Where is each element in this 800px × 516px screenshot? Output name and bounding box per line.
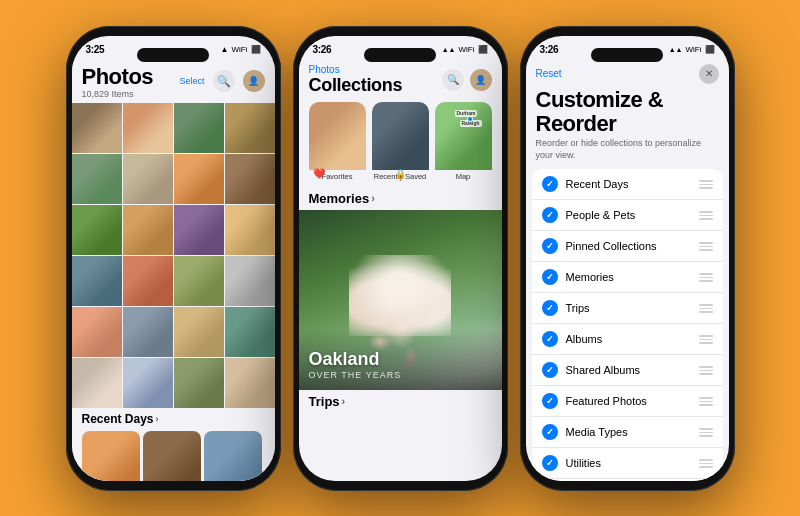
photo-cell[interactable]: [123, 358, 173, 408]
check-icon-shared-albums: ✓: [542, 362, 558, 378]
photo-cell[interactable]: [174, 307, 224, 357]
drag-handle[interactable]: [699, 366, 713, 375]
item-label: Featured Photos: [566, 395, 691, 407]
photo-cell[interactable]: [72, 358, 122, 408]
photo-cell[interactable]: [174, 205, 224, 255]
check-icon-pinned-collections: ✓: [542, 238, 558, 254]
memories-subtitle: OVER THE YEARS: [309, 370, 492, 380]
list-item-utilities[interactable]: ✓ Utilities: [532, 448, 723, 479]
search-icon-1: 🔍: [217, 75, 231, 88]
p2-title-area: Photos Collections: [309, 64, 403, 96]
drag-handle[interactable]: [699, 242, 713, 251]
check-icon-people-pets: ✓: [542, 207, 558, 223]
map-label: Map: [435, 170, 492, 183]
check-icon-recent-days: ✓: [542, 176, 558, 192]
photo-cell[interactable]: [225, 205, 275, 255]
list-item-shared-albums[interactable]: ✓ Shared Albums: [532, 355, 723, 386]
trips-section[interactable]: Trips ›: [299, 390, 502, 413]
drag-handle[interactable]: [699, 335, 713, 344]
drag-handle[interactable]: [699, 211, 713, 220]
photo-cell[interactable]: [123, 256, 173, 306]
drag-handle[interactable]: [699, 428, 713, 437]
drag-handle[interactable]: [699, 180, 713, 189]
wifi-icon-3: WiFi: [686, 45, 702, 54]
drag-handle[interactable]: [699, 273, 713, 282]
dynamic-island-1: [137, 48, 209, 62]
list-item-trips[interactable]: ✓ Trips: [532, 293, 723, 324]
list-item-recent-days[interactable]: ✓ Recent Days: [532, 169, 723, 200]
memories-city: Oakland: [309, 349, 492, 370]
list-item-albums[interactable]: ✓ Albums: [532, 324, 723, 355]
photo-cell[interactable]: [225, 103, 275, 153]
photos-actions: Select 🔍 👤: [179, 70, 264, 92]
photo-cell[interactable]: [72, 205, 122, 255]
photos-count: 10,829 Items: [82, 89, 154, 99]
recent-days-chevron: ›: [156, 414, 159, 424]
photo-cell[interactable]: [225, 358, 275, 408]
photo-cell[interactable]: [123, 307, 173, 357]
pinned-favorites[interactable]: ❤️ Favorites: [309, 102, 366, 183]
list-item-people-pets[interactable]: ✓ People & Pets: [532, 200, 723, 231]
customize-list: ✓ Recent Days ✓ People & Pets ✓ Pinned C…: [532, 169, 723, 480]
phone-2: 3:26 ▲▲ WiFi ⬛ Photos Collections 🔍 👤: [293, 26, 508, 491]
recent-day-yesterday[interactable]: Yesterday: [82, 431, 140, 481]
customize-title: Customize &Reorder: [526, 88, 729, 138]
list-item-media-types[interactable]: ✓ Media Types: [532, 417, 723, 448]
search-button-1[interactable]: 🔍: [213, 70, 235, 92]
avatar-button[interactable]: 👤: [243, 70, 265, 92]
photo-cell[interactable]: [225, 256, 275, 306]
p2-header-icons: 🔍 👤: [442, 69, 492, 91]
photo-cell[interactable]: [225, 307, 275, 357]
list-item-wallpaper-suggestions[interactable]: ✓ Wallpaper Suggestions: [532, 479, 723, 480]
photo-cell[interactable]: [123, 103, 173, 153]
photo-cell[interactable]: [174, 256, 224, 306]
recent-days-section[interactable]: Recent Days ›: [72, 408, 275, 429]
list-item-featured-photos[interactable]: ✓ Featured Photos: [532, 386, 723, 417]
heart-icon: ❤️: [313, 168, 325, 179]
check-icon-trips: ✓: [542, 300, 558, 316]
reset-button[interactable]: Reset: [536, 68, 562, 79]
photo-cell[interactable]: [174, 103, 224, 153]
list-item-memories[interactable]: ✓ Memories: [532, 262, 723, 293]
dynamic-island-3: [591, 48, 663, 62]
item-label: Pinned Collections: [566, 240, 691, 252]
p2-header: Photos Collections 🔍 👤: [299, 62, 502, 100]
signal-icon-3: ▲▲: [669, 46, 683, 53]
p2-collections-title: Collections: [309, 75, 403, 96]
photo-cell[interactable]: [174, 358, 224, 408]
flower-petal-area: [349, 255, 451, 336]
memories-label: Memories: [309, 191, 370, 206]
photo-cell[interactable]: [72, 103, 122, 153]
drag-handle[interactable]: [699, 397, 713, 406]
photo-cell[interactable]: [123, 205, 173, 255]
check-icon-memories: ✓: [542, 269, 558, 285]
dynamic-island-2: [364, 48, 436, 62]
list-item-pinned-collections[interactable]: ✓ Pinned Collections: [532, 231, 723, 262]
trips-label: Trips: [309, 394, 340, 409]
recent-day-friday[interactable]: Friday: [143, 431, 201, 481]
memories-header[interactable]: Memories ›: [299, 189, 502, 210]
p2-breadcrumb[interactable]: Photos: [309, 64, 403, 75]
photo-cell[interactable]: [225, 154, 275, 204]
memories-large-image[interactable]: Oakland OVER THE YEARS: [299, 210, 502, 390]
pinned-recently-saved[interactable]: 🔒 Recently Saved: [372, 102, 429, 183]
drag-handle[interactable]: [699, 459, 713, 468]
recent-day-jul28[interactable]: Jul 28: [204, 431, 262, 481]
avatar-button-2[interactable]: 👤: [470, 69, 492, 91]
wifi-icon-1: WiFi: [232, 45, 248, 54]
photo-cell[interactable]: [72, 256, 122, 306]
close-icon: ✕: [705, 68, 713, 79]
pinned-map[interactable]: Durham Raleigh Map: [435, 102, 492, 183]
photo-cell[interactable]: [72, 307, 122, 357]
drag-handle[interactable]: [699, 304, 713, 313]
select-button[interactable]: Select: [179, 76, 204, 86]
photo-cell[interactable]: [72, 154, 122, 204]
photo-cell[interactable]: [123, 154, 173, 204]
item-label: Media Types: [566, 426, 691, 438]
phone-3: 3:26 ▲▲ WiFi ⬛ Reset ✕ Customize &Reorde…: [520, 26, 735, 491]
close-button[interactable]: ✕: [699, 64, 719, 84]
search-button-2[interactable]: 🔍: [442, 69, 464, 91]
recently-saved-thumb-img: 🔒: [372, 102, 429, 170]
memories-overlay: Oakland OVER THE YEARS: [299, 329, 502, 390]
photo-cell[interactable]: [174, 154, 224, 204]
